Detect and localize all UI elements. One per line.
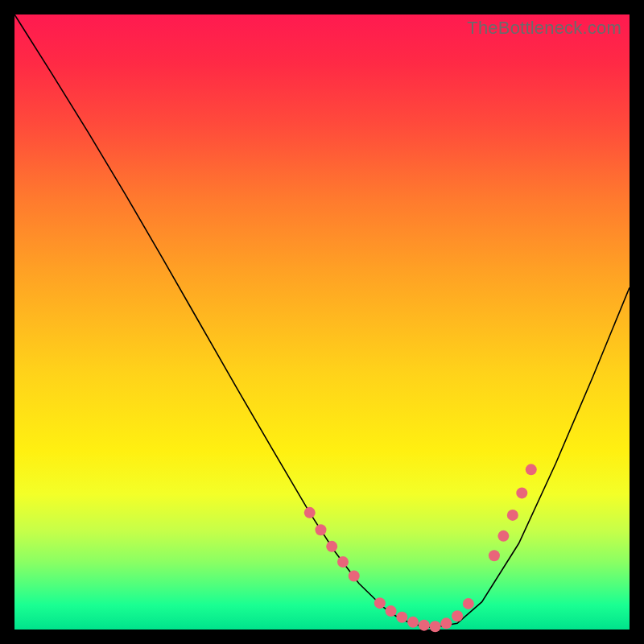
- bottleneck-curve: [14, 14, 630, 628]
- bead-point: [497, 530, 509, 542]
- bead-point: [315, 524, 326, 535]
- bead-group: [304, 464, 537, 632]
- bead-point: [526, 464, 537, 475]
- bead-point: [337, 556, 349, 568]
- bead-point: [386, 605, 397, 617]
- bead-point: [407, 617, 419, 628]
- bead-point: [516, 487, 527, 498]
- bead-point: [430, 621, 441, 632]
- bead-point: [374, 597, 386, 609]
- bead-point: [507, 510, 518, 521]
- bead-point: [489, 550, 500, 561]
- chart-frame: TheBottleneck.com: [0, 0, 644, 644]
- bead-point: [452, 610, 463, 621]
- bead-point: [349, 571, 360, 582]
- bead-point: [396, 612, 407, 623]
- bead-point: [304, 507, 316, 518]
- plot-area: TheBottleneck.com: [14, 14, 630, 630]
- bead-point: [463, 598, 474, 609]
- bead-point: [419, 620, 430, 631]
- curve-svg: [14, 14, 630, 630]
- bead-point: [440, 617, 452, 629]
- bead-point: [326, 541, 337, 552]
